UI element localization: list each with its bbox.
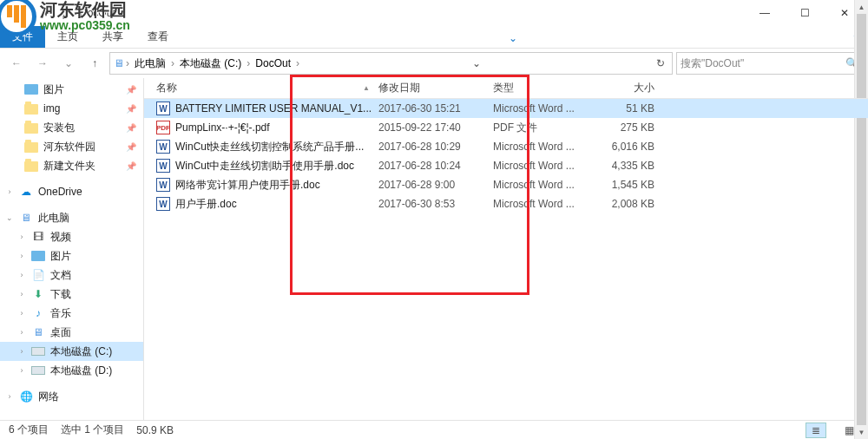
sidebar-pc-item-3[interactable]: ›⬇下载 (0, 285, 143, 304)
music-icon: ♪ (31, 306, 45, 320)
crumb-docout[interactable]: DocOut (252, 56, 294, 71)
file-date: 2015-09-22 17:40 (378, 118, 493, 137)
file-row[interactable]: WBATTERY LIMITER USER MANUAL_V1...2017-0… (144, 99, 868, 118)
chevron-right-icon: › (17, 290, 26, 298)
word-file-icon: W (156, 140, 170, 154)
sidebar-item-1[interactable]: img📌 (0, 99, 143, 118)
chevron-right-icon: › (5, 187, 14, 196)
sidebar-network-label: 网络 (38, 390, 59, 404)
file-name: PumpLinx-·+-¦€¦-.pdf (175, 121, 270, 134)
file-row[interactable]: W网络带宽计算用户使用手册.doc2017-06-28 9:00Microsof… (144, 175, 868, 194)
sidebar-pc-item-1[interactable]: ›图片 (0, 246, 143, 265)
pin-icon: 📌 (126, 104, 136, 114)
watermark-overlay: 河东软件园 www.pc0359.cn (0, 0, 130, 36)
sidebar-onedrive-label: OneDrive (38, 186, 82, 198)
onedrive-icon: ☁ (19, 185, 33, 199)
chevron-right-icon: › (17, 328, 26, 337)
col-date[interactable]: 修改日期 (378, 78, 493, 98)
sidebar-pc-label: 音乐 (50, 306, 71, 321)
file-type: Microsoft Word ... (493, 99, 590, 118)
sidebar-item-label: img (43, 102, 60, 115)
sidebar-onedrive[interactable]: › ☁ OneDrive (0, 182, 143, 201)
folder-icon (24, 104, 38, 115)
word-file-icon: W (156, 197, 170, 211)
sidebar-item-0[interactable]: 图片📌 (0, 80, 143, 99)
sidebar-pc-item-2[interactable]: ›📄文档 (0, 265, 143, 285)
pin-icon: 📌 (126, 142, 136, 152)
sidebar: 图片📌img📌安装包📌河东软件园📌新建文件夹📌 › ☁ OneDrive ⌄ 🖥… (0, 78, 144, 420)
sidebar-pc-label: 图片 (50, 249, 71, 264)
file-row[interactable]: WWinCut快走丝线切割控制系统产品手册...2017-06-28 10:29… (144, 137, 868, 156)
minimize-button[interactable]: — (745, 0, 785, 26)
doc-icon: 📄 (31, 268, 45, 282)
status-count: 6 个项目 (9, 423, 49, 437)
crumb-sep-icon: › (126, 57, 129, 69)
crumb-sep-icon: › (247, 57, 250, 69)
pic-icon (31, 251, 45, 261)
file-row[interactable]: WWinCut中走丝线切割助手使用手册.doc2017-06-28 10:24M… (144, 156, 868, 175)
crumb-drive-c[interactable]: 本地磁盘 (C:) (176, 55, 245, 73)
ribbon-chevron-icon[interactable]: ⌄ (500, 29, 526, 48)
sidebar-pc-item-4[interactable]: ›♪音乐 (0, 304, 143, 323)
file-list-view: 名称▲ 修改日期 类型 大小 WBATTERY LIMITER USER MAN… (144, 78, 868, 420)
file-name: 用户手册.doc (175, 197, 237, 212)
sidebar-thispc-label: 此电脑 (38, 211, 69, 226)
crumb-sep-icon: › (296, 57, 299, 69)
chevron-right-icon: › (17, 309, 26, 318)
address-bar[interactable]: 🖥 › 此电脑 › 本地磁盘 (C:) › DocOut › ⌄ ↻ (109, 52, 673, 75)
back-button[interactable]: ← (5, 52, 28, 75)
forward-button[interactable]: → (31, 52, 54, 75)
refresh-button[interactable]: ↻ (653, 57, 668, 69)
details-view-button[interactable]: ≣ (806, 423, 826, 438)
status-selected: 选中 1 个项目 (61, 423, 124, 437)
file-name: WinCut中走丝线切割助手使用手册.doc (175, 159, 354, 174)
sidebar-pc-item-5[interactable]: ›🖥桌面 (0, 323, 143, 342)
maximize-button[interactable]: ☐ (785, 0, 825, 26)
sidebar-pc-item-0[interactable]: ›🎞视频 (0, 227, 143, 246)
file-size: 51 KB (590, 99, 668, 118)
pin-icon: 📌 (126, 161, 136, 171)
file-type: Microsoft Word ... (493, 156, 590, 175)
history-dropdown-icon[interactable]: ⌄ (57, 52, 80, 75)
pc-icon: 🖥 (19, 211, 33, 225)
file-row[interactable]: W用户手册.doc2017-06-30 8:53Microsoft Word .… (144, 194, 868, 213)
col-name[interactable]: 名称▲ (156, 78, 378, 98)
chevron-right-icon: › (17, 366, 26, 375)
sidebar-item-3[interactable]: 河东软件园📌 (0, 137, 143, 156)
tab-view[interactable]: 查看 (135, 26, 181, 48)
file-row[interactable]: PDFPumpLinx-·+-¦€¦-.pdf2015-09-22 17:40P… (144, 118, 868, 137)
nav-bar: ← → ⌄ ↑ 🖥 › 此电脑 › 本地磁盘 (C:) › DocOut › ⌄… (0, 49, 868, 78)
word-file-icon: W (156, 102, 170, 115)
chevron-right-icon: › (17, 233, 26, 241)
file-date: 2017-06-30 15:21 (378, 99, 493, 118)
chevron-right-icon: › (17, 347, 26, 356)
file-size: 1,545 KB (590, 175, 668, 194)
pin-icon: 📌 (126, 85, 136, 95)
search-input[interactable]: 搜索"DocOut" 🔍 (676, 52, 863, 75)
sidebar-item-4[interactable]: 新建文件夹📌 (0, 156, 143, 175)
sidebar-pc-item-6[interactable]: ›本地磁盘 (C:) (0, 342, 143, 361)
col-size[interactable]: 大小 (590, 78, 668, 98)
sidebar-pc-label: 桌面 (50, 325, 71, 340)
crumb-thispc[interactable]: 此电脑 (131, 55, 169, 73)
drive-icon (31, 347, 45, 356)
chevron-right-icon: › (5, 392, 14, 401)
up-button[interactable]: ↑ (83, 52, 106, 75)
sidebar-thispc[interactable]: ⌄ 🖥 此电脑 (0, 208, 143, 227)
sidebar-item-2[interactable]: 安装包📌 (0, 118, 143, 137)
search-placeholder: 搜索"DocOut" (681, 56, 744, 71)
sidebar-item-label: 安装包 (43, 121, 75, 135)
sidebar-pc-label: 本地磁盘 (C:) (50, 344, 112, 359)
watermark-text-cn: 河东软件园 (40, 0, 130, 19)
watermark-logo-icon (0, 0, 36, 36)
pdf-file-icon: PDF (156, 121, 170, 134)
sidebar-network[interactable]: › 🌐 网络 (0, 387, 143, 406)
col-type[interactable]: 类型 (493, 78, 590, 98)
watermark-text-url: www.pc0359.cn (40, 19, 130, 32)
file-type: Microsoft Word ... (493, 175, 590, 194)
file-size: 2,008 KB (590, 194, 668, 213)
sidebar-pc-label: 视频 (50, 230, 71, 245)
sidebar-pc-label: 本地磁盘 (D:) (50, 364, 112, 378)
sidebar-pc-item-7[interactable]: ›本地磁盘 (D:) (0, 361, 143, 380)
addr-dropdown-icon[interactable]: ⌄ (469, 57, 484, 69)
